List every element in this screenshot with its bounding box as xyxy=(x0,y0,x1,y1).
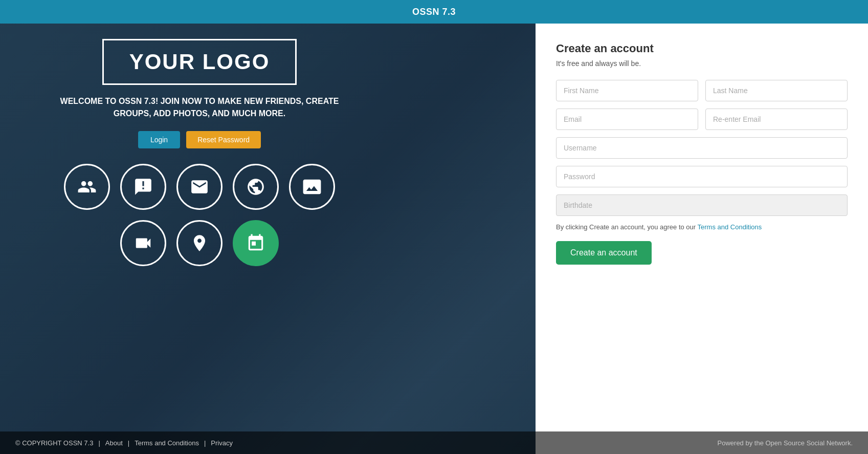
location-icon xyxy=(190,233,209,253)
globe-icon xyxy=(246,177,265,197)
location-icon-circle xyxy=(176,220,222,266)
footer-right: Powered by the Open Source Social Networ… xyxy=(718,439,853,447)
welcome-message: WELCOME TO OSSN 7.3! JOIN NOW TO MAKE NE… xyxy=(46,95,353,120)
logo-container: YOUR LOGO xyxy=(102,39,297,85)
email-row xyxy=(556,109,848,130)
chat-icon xyxy=(133,177,153,197)
features-icons-row2 xyxy=(120,220,279,266)
copyright-text: © COPYRIGHT OSSN 7.3 xyxy=(15,439,93,447)
reset-password-button[interactable]: Reset Password xyxy=(186,131,261,148)
last-name-input[interactable] xyxy=(705,80,848,101)
left-panel: YOUR LOGO WELCOME TO OSSN 7.3! JOIN NOW … xyxy=(0,24,399,454)
photo-icon xyxy=(302,177,322,197)
chat-icon-circle xyxy=(120,164,166,210)
form-subtitle: It's free and always will be. xyxy=(556,59,848,68)
globe-icon-circle xyxy=(233,164,279,210)
people-icon-circle xyxy=(64,164,110,210)
video-icon-circle xyxy=(120,220,166,266)
app-title: OSSN 7.3 xyxy=(412,7,456,17)
terms-agreement-text: By clicking Create an account, you agree… xyxy=(556,223,848,231)
features-icons-row1 xyxy=(64,164,335,210)
auth-buttons: Login Reset Password xyxy=(138,131,261,148)
terms-footer-link[interactable]: Terms and Conditions xyxy=(135,439,199,447)
re-enter-email-input[interactable] xyxy=(705,109,848,130)
people-icon xyxy=(77,177,97,197)
about-link[interactable]: About xyxy=(105,439,123,447)
form-title: Create an account xyxy=(556,42,848,55)
privacy-link[interactable]: Privacy xyxy=(211,439,233,447)
powered-text: Powered by the Open Source Social Networ… xyxy=(718,439,853,447)
password-input[interactable] xyxy=(556,166,848,187)
footer-left: © COPYRIGHT OSSN 7.3 | About | Terms and… xyxy=(15,439,233,447)
mail-icon-circle xyxy=(176,164,222,210)
name-row xyxy=(556,80,848,101)
main-content: YOUR LOGO WELCOME TO OSSN 7.3! JOIN NOW … xyxy=(0,24,868,454)
mail-icon xyxy=(190,177,209,197)
logo-text: YOUR LOGO xyxy=(129,50,270,74)
birthdate-input[interactable] xyxy=(556,194,848,216)
calendar-icon xyxy=(246,233,265,253)
create-account-button[interactable]: Create an account xyxy=(556,241,652,265)
registration-form-panel: Create an account It's free and always w… xyxy=(536,24,868,454)
footer: © COPYRIGHT OSSN 7.3 | About | Terms and… xyxy=(0,431,868,454)
birthdate-row xyxy=(556,194,848,216)
username-row xyxy=(556,137,848,159)
terms-link[interactable]: Terms and Conditions xyxy=(698,223,762,231)
login-button[interactable]: Login xyxy=(138,131,180,148)
video-icon xyxy=(133,233,153,253)
first-name-input[interactable] xyxy=(556,80,698,101)
top-navbar: OSSN 7.3 xyxy=(0,0,868,24)
calendar-icon-circle xyxy=(233,220,279,266)
email-input[interactable] xyxy=(556,109,698,130)
photo-icon-circle xyxy=(289,164,335,210)
username-input[interactable] xyxy=(556,137,848,159)
password-row xyxy=(556,166,848,187)
